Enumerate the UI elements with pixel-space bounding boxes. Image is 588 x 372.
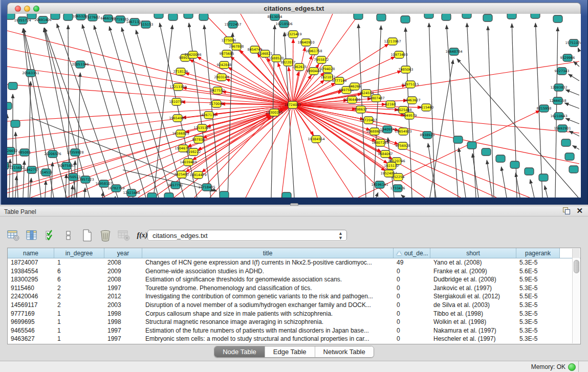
vertical-scrollbar[interactable] xyxy=(572,258,580,343)
graph-node[interactable] xyxy=(401,16,410,23)
citation-edge[interactable] xyxy=(430,60,453,198)
graph-node[interactable] xyxy=(199,14,208,20)
delete-columns-button[interactable] xyxy=(98,228,113,243)
citation-edge[interactable] xyxy=(30,178,31,198)
graph-node[interactable] xyxy=(377,14,386,21)
graph-node[interactable] xyxy=(51,14,60,19)
graph-node[interactable] xyxy=(483,14,492,21)
citation-edge[interactable] xyxy=(57,24,118,198)
citation-edge[interactable] xyxy=(578,48,579,51)
citation-edge-red[interactable] xyxy=(222,92,293,105)
citation-edge[interactable] xyxy=(564,103,579,108)
citation-edge[interactable] xyxy=(28,81,31,198)
citation-edge[interactable] xyxy=(82,25,133,198)
citation-edge[interactable] xyxy=(109,27,159,198)
citation-edge[interactable] xyxy=(569,74,579,81)
citation-edge[interactable] xyxy=(459,148,466,198)
select-all-rows-button[interactable] xyxy=(43,228,57,243)
table-row[interactable]: 1872400712008Changes of HCN gene express… xyxy=(8,258,580,267)
graph-node[interactable] xyxy=(424,14,433,18)
citation-edge-red[interactable] xyxy=(293,105,317,198)
memory-status-indicator[interactable] xyxy=(568,363,576,371)
table-row[interactable]: 1456911722003Disruption of a novel membe… xyxy=(8,301,580,310)
graph-node[interactable] xyxy=(462,14,471,18)
citation-edge-red[interactable] xyxy=(207,105,293,127)
citation-edge[interactable] xyxy=(545,186,548,198)
citation-edge-red[interactable] xyxy=(7,105,293,121)
citation-edge[interactable] xyxy=(565,90,579,95)
citation-edge-red[interactable] xyxy=(7,67,293,105)
graph-node[interactable] xyxy=(569,166,578,173)
citation-edge[interactable] xyxy=(84,188,85,198)
citation-edge-red[interactable] xyxy=(7,105,293,193)
graph-node[interactable] xyxy=(63,14,73,20)
clear-row-selection-button[interactable] xyxy=(61,228,76,243)
table-row[interactable]: 946554611997Estimation of the future num… xyxy=(8,326,580,335)
citation-edge-red[interactable] xyxy=(228,68,293,105)
column-header-out-de-[interactable]: out_de... xyxy=(394,248,430,258)
graph-node[interactable] xyxy=(282,192,291,198)
citation-edge-red[interactable] xyxy=(210,105,293,198)
tab-node-table[interactable]: Node Table xyxy=(214,346,265,357)
table-row[interactable]: 977716911998Corpus callosum shape and si… xyxy=(8,310,580,318)
graph-node[interactable] xyxy=(168,14,178,20)
float-window-icon[interactable] xyxy=(563,207,570,214)
citation-edge[interactable] xyxy=(285,32,294,198)
graph-node[interactable] xyxy=(496,155,505,162)
graph-node[interactable] xyxy=(354,14,363,19)
graph-node[interactable] xyxy=(8,82,17,90)
graph-node[interactable] xyxy=(539,174,548,181)
tab-network-table[interactable]: Network Table xyxy=(315,346,374,357)
graph-node[interactable] xyxy=(507,14,516,19)
column-header-name[interactable]: name xyxy=(8,248,54,258)
create-new-column-button[interactable] xyxy=(80,228,94,243)
citation-edge[interactable] xyxy=(94,26,146,198)
tab-edge-table[interactable]: Edge Table xyxy=(265,346,315,357)
graph-node[interactable] xyxy=(553,15,562,23)
citation-edge[interactable] xyxy=(565,118,579,124)
citation-edge[interactable] xyxy=(502,167,507,198)
column-header-year[interactable]: year xyxy=(104,248,142,258)
column-header-in-degree[interactable]: in_degree xyxy=(54,248,104,258)
citation-edge[interactable] xyxy=(51,162,53,198)
citation-edge[interactable] xyxy=(45,181,46,198)
show-columns-button[interactable] xyxy=(25,228,39,243)
citation-edge-red[interactable] xyxy=(7,31,293,105)
graph-node[interactable] xyxy=(164,193,173,198)
network-canvas[interactable]: 1935572420691406106532871527602646616010… xyxy=(7,14,581,198)
table-selector-dropdown[interactable]: citations_edges.txt ▲▼ xyxy=(147,230,347,241)
table-row[interactable]: 1830029562008Estimation of significance … xyxy=(8,275,580,284)
citation-edge[interactable] xyxy=(573,145,579,149)
table-row[interactable]: 2242004622012Investigating the contribut… xyxy=(8,292,580,301)
graph-node[interactable] xyxy=(7,102,12,110)
graph-node[interactable] xyxy=(525,168,534,175)
citation-edge-red[interactable] xyxy=(7,84,293,105)
citation-edge[interactable] xyxy=(72,185,73,198)
graph-node[interactable] xyxy=(220,191,229,198)
close-icon[interactable]: ✕ xyxy=(576,207,583,214)
table-row[interactable]: 911546021997Tourette syndrome. Phenomeno… xyxy=(8,284,580,293)
graph-node[interactable] xyxy=(154,14,163,18)
graph-node[interactable] xyxy=(147,193,157,198)
citation-edge-red[interactable] xyxy=(293,39,293,105)
table-row[interactable]: 969969511998Structural magnetic resonanc… xyxy=(8,318,580,326)
table-settings-button[interactable] xyxy=(6,228,20,243)
table-row[interactable]: 946362711997Embryonic stem cells: a mode… xyxy=(8,335,580,343)
citation-edge[interactable] xyxy=(467,23,476,198)
column-header-pagerank[interactable]: pagerank xyxy=(516,248,560,258)
citation-edge[interactable] xyxy=(487,160,492,198)
graph-node[interactable] xyxy=(565,153,574,160)
citation-edge[interactable] xyxy=(574,61,579,67)
citation-edge[interactable] xyxy=(376,192,378,198)
citation-edge[interactable] xyxy=(102,192,103,198)
citation-edge[interactable] xyxy=(512,24,517,198)
graph-node[interactable] xyxy=(561,139,571,146)
citation-edge[interactable] xyxy=(401,195,404,198)
graph-node[interactable] xyxy=(11,120,20,127)
citation-edge[interactable] xyxy=(428,143,436,198)
delete-table-button[interactable] xyxy=(117,228,131,243)
column-header-title[interactable]: title xyxy=(142,248,394,258)
graph-node[interactable] xyxy=(482,148,491,156)
citation-edge-red[interactable] xyxy=(293,105,496,198)
table-row[interactable]: 1938455462009Genome-wide association stu… xyxy=(8,267,580,276)
